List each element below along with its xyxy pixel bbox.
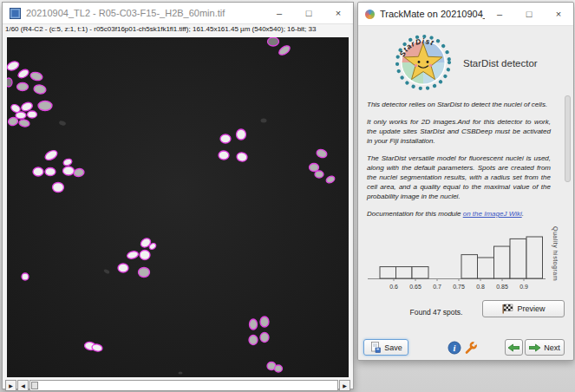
detector-description: This detector relies on StarDist to dete…: [367, 100, 551, 226]
close-button[interactable]: ×: [323, 3, 353, 23]
previous-button[interactable]: [505, 339, 523, 356]
found-spots-text: Found 47 spots.: [376, 308, 497, 317]
save-button[interactable]: Save: [363, 339, 408, 356]
arrow-left-icon: [508, 343, 519, 352]
info-icon: i: [448, 341, 461, 355]
maximize-button[interactable]: □: [514, 3, 544, 24]
image-canvas[interactable]: [7, 37, 349, 377]
save-label: Save: [384, 343, 402, 352]
image-window-titlebar[interactable]: 20210904_TL2 - R05-C03-F15-_H2B_60min.ti…: [3, 3, 353, 24]
doc-suffix: .: [522, 210, 524, 218]
trackmate-titlebar[interactable]: TrackMate on 20210904_TL2-R... – □ ×: [358, 3, 573, 26]
detector-title: StarDist detector: [463, 58, 538, 69]
trackmate-app-icon: [365, 10, 375, 19]
play-button[interactable]: ▶: [5, 380, 16, 391]
preview-button[interactable]: Preview: [482, 300, 565, 317]
documentation-line: Documentation for this module on the Ima…: [367, 209, 551, 219]
trackmate-title: TrackMate on 20210904_TL2-R...: [380, 9, 485, 19]
scroll-left-button[interactable]: ◀: [17, 380, 29, 391]
svg-text:i: i: [454, 343, 456, 353]
imagej-image-window: 20210904_TL2 - R05-C03-F15-_H2B_60min.ti…: [2, 2, 354, 389]
stack-scrollbar-thumb[interactable]: [31, 382, 38, 389]
tools-button[interactable]: [463, 340, 479, 355]
description-paragraph: The StarDist versatile model for fluores…: [367, 154, 551, 201]
minimize-button[interactable]: –: [485, 3, 514, 24]
doc-prefix: Documentation for this module: [367, 210, 463, 218]
quality-histogram-label: Quality histogram: [552, 226, 559, 296]
imagej-wiki-link[interactable]: on the ImageJ Wiki: [463, 210, 522, 218]
stack-slider-row: ▶ ◀ ▶: [5, 380, 350, 391]
scroll-right-button[interactable]: ▶: [339, 380, 350, 391]
save-icon: [369, 342, 381, 353]
description-paragraph: It only works for 2D images.And for this…: [367, 117, 551, 146]
stack-scrollbar-track[interactable]: [29, 380, 338, 391]
svg-text:0.9: 0.9: [519, 284, 528, 290]
next-button[interactable]: Next: [525, 339, 565, 356]
svg-text:0.7: 0.7: [433, 284, 441, 290]
info-button[interactable]: i: [447, 340, 462, 355]
dialog-scrollbar-thumb[interactable]: [565, 95, 571, 182]
description-paragraph: This detector relies on StarDist to dete…: [367, 100, 551, 109]
svg-text:0.8: 0.8: [476, 284, 485, 290]
image-info-bar: 1/60 (R4-C2 - (c:5, z:1, t:1) - r05c03f1…: [3, 24, 353, 37]
checkered-flag-icon: [501, 304, 513, 314]
svg-text:0.6: 0.6: [389, 284, 398, 290]
preview-label: Preview: [517, 304, 545, 313]
quality-histogram-svg: 0.60.650.70.750.80.850.9: [365, 225, 552, 296]
wrench-icon: [464, 341, 478, 355]
minimize-button[interactable]: –: [265, 3, 294, 23]
imagej-app-icon: [10, 8, 21, 19]
nuclei-layer: [7, 37, 349, 377]
svg-text:0.65: 0.65: [409, 284, 421, 290]
trackmate-dialog: TrackMate on 20210904_TL2-R... – □ × Sta…: [357, 2, 574, 361]
quality-histogram: 0.60.650.70.750.80.850.9: [365, 225, 552, 299]
close-button[interactable]: ×: [544, 3, 573, 24]
stardist-logo-icon: StarDist: [393, 32, 454, 93]
svg-text:0.75: 0.75: [453, 284, 465, 290]
next-label: Next: [544, 343, 560, 352]
svg-text:0.85: 0.85: [496, 284, 508, 290]
maximize-button[interactable]: □: [294, 3, 323, 23]
arrow-right-icon: [529, 343, 540, 352]
image-window-title: 20210904_TL2 - R05-C03-F15-_H2B_60min.ti…: [26, 8, 265, 18]
